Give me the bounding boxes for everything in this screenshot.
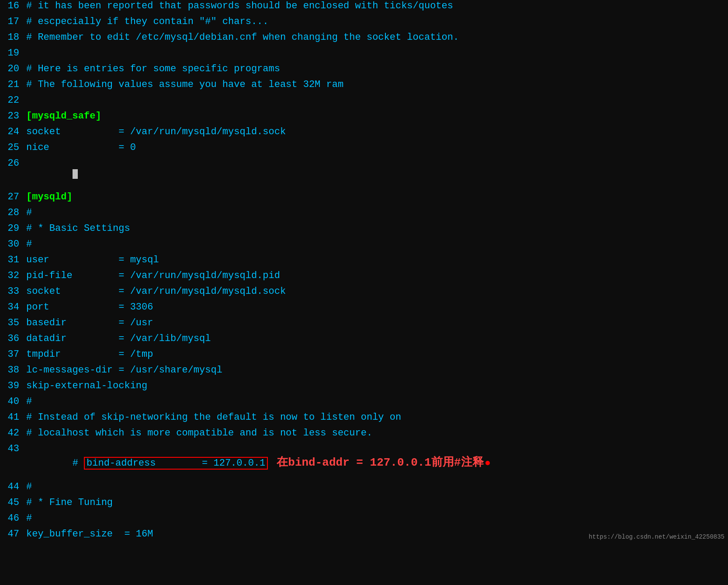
line-number-46: 46 xyxy=(0,513,26,524)
line-37: 37 tmpdir = /tmp xyxy=(0,348,728,364)
line-content-41: # Instead of skip-networking the default… xyxy=(26,412,728,423)
line-41: 41 # Instead of skip-networking the defa… xyxy=(0,411,728,427)
line-content-36: datadir = /var/lib/mysql xyxy=(26,333,728,344)
line-38: 38 lc-messages-dir = /usr/share/mysql xyxy=(0,364,728,380)
annotation-dot xyxy=(485,461,490,465)
line-number-27: 27 xyxy=(0,192,26,202)
line-21: 21 # The following values assume you hav… xyxy=(0,79,728,94)
line-number-24: 24 xyxy=(0,126,26,137)
line-number-20: 20 xyxy=(0,63,26,74)
text-cursor xyxy=(73,169,78,179)
line-36: 36 datadir = /var/lib/mysql xyxy=(0,333,728,348)
line-33: 33 socket = /var/run/mysqld/mysqld.sock xyxy=(0,286,728,301)
line-content-33: socket = /var/run/mysqld/mysqld.sock xyxy=(26,286,728,297)
line-number-39: 39 xyxy=(0,380,26,391)
watermark: https://blog.csdn.net/weixin_42250835 xyxy=(589,533,725,540)
comment-hash-prefix: # xyxy=(73,458,84,469)
line-42: 42 # localhost which is more compatible … xyxy=(0,427,728,443)
line-content-20: # Here is entries for some specific prog… xyxy=(26,63,728,74)
line-39: 39 skip-external-locking xyxy=(0,380,728,396)
line-20: 20 # Here is entries for some specific p… xyxy=(0,63,728,79)
line-number-33: 33 xyxy=(0,286,26,297)
line-number-26: 26 xyxy=(0,158,26,169)
line-45: 45 # * Fine Tuning xyxy=(0,497,728,512)
line-40: 40 # xyxy=(0,396,728,411)
line-content-42: # localhost which is more compatible and… xyxy=(26,428,728,439)
line-16: 16 # it has been reported that passwords… xyxy=(0,0,728,16)
line-content-30: # xyxy=(26,239,728,250)
line-26: 26 xyxy=(0,157,728,191)
line-number-29: 29 xyxy=(0,223,26,234)
line-number-38: 38 xyxy=(0,365,26,376)
code-editor: 16 # it has been reported that passwords… xyxy=(0,0,728,544)
line-number-22: 22 xyxy=(0,95,26,106)
line-25: 25 nice = 0 xyxy=(0,142,728,157)
line-31: 31 user = mysql xyxy=(0,254,728,270)
annotation-text: 在bind-addr = 127.0.0.1前用#注释 xyxy=(277,456,483,469)
line-46: 46 # xyxy=(0,512,728,528)
bind-address-highlighted: bind-address = 127.0.0.1 xyxy=(84,457,268,470)
line-number-44: 44 xyxy=(0,481,26,492)
line-content-40: # xyxy=(26,396,728,407)
line-number-25: 25 xyxy=(0,142,26,153)
line-content-23: [mysqld_safe] xyxy=(26,111,728,122)
line-content-32: pid-file = /var/run/mysqld/mysqld.pid xyxy=(26,270,728,281)
line-content-27: [mysqld] xyxy=(26,192,728,202)
line-19: 19 xyxy=(0,47,728,63)
line-content-17: # escpecially if they contain "#" chars.… xyxy=(26,16,728,27)
line-30: 30 # xyxy=(0,238,728,254)
line-content-26 xyxy=(26,158,728,191)
line-content-25: nice = 0 xyxy=(26,142,728,153)
line-32: 32 pid-file = /var/run/mysqld/mysqld.pid xyxy=(0,270,728,286)
line-number-31: 31 xyxy=(0,254,26,265)
line-number-45: 45 xyxy=(0,497,26,508)
line-number-36: 36 xyxy=(0,333,26,344)
line-content-39: skip-external-locking xyxy=(26,380,728,391)
line-28: 28 # xyxy=(0,207,728,223)
line-content-43: # bind-address = 127.0.0.1在bind-addr = 1… xyxy=(26,443,728,481)
line-content-21: # The following values assume you have a… xyxy=(26,79,728,90)
line-43: 43 # bind-address = 127.0.0.1在bind-addr … xyxy=(0,443,728,481)
line-content-37: tmpdir = /tmp xyxy=(26,349,728,360)
line-18: 18 # Remember to edit /etc/mysql/debian.… xyxy=(0,31,728,47)
line-number-43: 43 xyxy=(0,443,26,454)
line-content-16: # it has been reported that passwords sh… xyxy=(26,0,728,11)
line-44: 44 # xyxy=(0,481,728,497)
line-number-17: 17 xyxy=(0,16,26,27)
line-content-28: # xyxy=(26,207,728,218)
line-23: 23 [mysqld_safe] xyxy=(0,110,728,126)
line-number-35: 35 xyxy=(0,317,26,328)
line-number-32: 32 xyxy=(0,270,26,281)
editor-container: 16 # it has been reported that passwords… xyxy=(0,0,728,544)
line-content-34: port = 3306 xyxy=(26,302,728,313)
line-27: 27 [mysqld] xyxy=(0,191,728,207)
line-content-35: basedir = /usr xyxy=(26,317,728,328)
line-number-19: 19 xyxy=(0,48,26,59)
line-number-37: 37 xyxy=(0,349,26,360)
line-number-30: 30 xyxy=(0,239,26,250)
line-number-18: 18 xyxy=(0,32,26,43)
line-content-29: # * Basic Settings xyxy=(26,223,728,234)
line-number-23: 23 xyxy=(0,111,26,122)
line-22: 22 xyxy=(0,94,728,110)
line-35: 35 basedir = /usr xyxy=(0,317,728,333)
line-content-46: # xyxy=(26,513,728,524)
line-content-44: # xyxy=(26,481,728,492)
line-17: 17 # escpecially if they contain "#" cha… xyxy=(0,16,728,31)
line-number-47: 47 xyxy=(0,529,26,540)
line-number-42: 42 xyxy=(0,428,26,439)
line-number-16: 16 xyxy=(0,0,26,11)
line-content-38: lc-messages-dir = /usr/share/mysql xyxy=(26,365,728,376)
line-number-40: 40 xyxy=(0,396,26,407)
line-content-18: # Remember to edit /etc/mysql/debian.cnf… xyxy=(26,32,728,43)
line-content-45: # * Fine Tuning xyxy=(26,497,728,508)
line-number-34: 34 xyxy=(0,302,26,313)
line-24: 24 socket = /var/run/mysqld/mysqld.sock xyxy=(0,126,728,142)
line-content-24: socket = /var/run/mysqld/mysqld.sock xyxy=(26,126,728,137)
line-29: 29 # * Basic Settings xyxy=(0,223,728,238)
line-34: 34 port = 3306 xyxy=(0,301,728,317)
line-number-41: 41 xyxy=(0,412,26,423)
line-number-28: 28 xyxy=(0,207,26,218)
line-number-21: 21 xyxy=(0,79,26,90)
line-content-31: user = mysql xyxy=(26,254,728,265)
